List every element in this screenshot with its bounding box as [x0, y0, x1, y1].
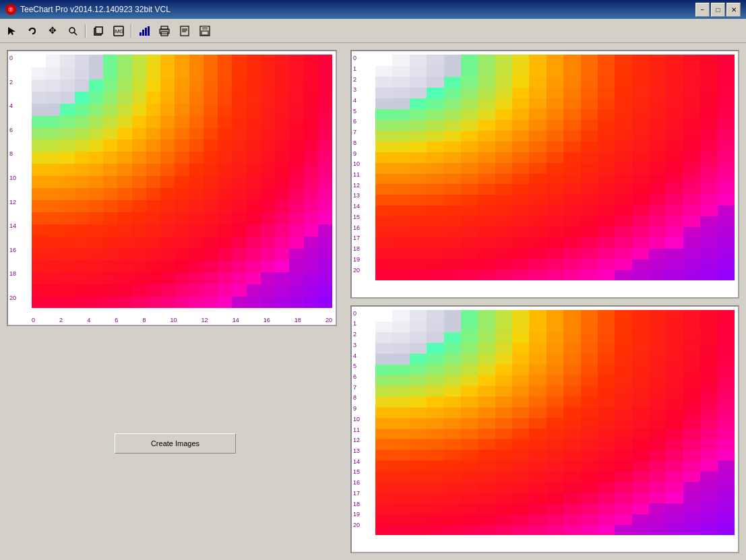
button-area: Create Images: [7, 333, 344, 553]
window-title: TeeChart Pro v2014.12.140923 32bit VCL: [20, 5, 170, 14]
svg-rect-13: [145, 28, 147, 36]
toolbar-separator-2: [131, 24, 132, 38]
small-chart-bottom: 20 19 18 17 16 15 14 13 12 11 10 9 8 7 6…: [350, 305, 739, 554]
small-chart-top: 20 19 18 17 16 15 14 13 12 11 10 9 8 7 6…: [350, 50, 739, 299]
left-panel: 20 18 16 14 12 10 8 6 4 2 0 0 2: [7, 50, 344, 553]
export-button[interactable]: IMG: [109, 22, 128, 40]
large-chart: 20 18 16 14 12 10 8 6 4 2 0 0 2: [7, 50, 337, 326]
app-icon: T: [5, 4, 16, 15]
small-chart-top-canvas: [375, 55, 735, 280]
toolbar: ✥ IMG: [0, 19, 746, 43]
large-chart-y-axis: 20 18 16 14 12 10 8 6 4 2 0: [9, 51, 16, 305]
small-chart-bottom-canvas: [375, 310, 735, 536]
svg-rect-24: [201, 31, 208, 35]
small-chart-bottom-y-axis: 20 19 18 17 16 15 14 13 12 11 10 9 8 7 6…: [353, 307, 360, 532]
svg-rect-12: [142, 30, 144, 36]
maximize-button[interactable]: □: [711, 3, 725, 17]
print-preview-button[interactable]: [175, 22, 194, 40]
right-panel: 20 19 18 17 16 15 14 13 12 11 10 9 8 7 6…: [350, 50, 739, 553]
window-controls[interactable]: − □ ✕: [695, 3, 741, 17]
svg-line-6: [74, 32, 77, 35]
large-chart-inner: 20 18 16 14 12 10 8 6 4 2 0 0 2: [8, 51, 336, 325]
title-bar-left: T TeeChart Pro v2014.12.140923 32bit VCL: [5, 4, 170, 15]
small-chart-bottom-inner: 20 19 18 17 16 15 14 13 12 11 10 9 8 7 6…: [352, 307, 738, 553]
svg-rect-14: [148, 26, 150, 36]
save-button[interactable]: [195, 22, 214, 40]
svg-rect-18: [181, 26, 189, 36]
large-chart-canvas: [32, 55, 332, 308]
large-chart-x-axis: 0 2 4 6 8 10 12 14 16 18 20: [32, 317, 332, 323]
title-bar: T TeeChart Pro v2014.12.140923 32bit VCL…: [0, 0, 746, 19]
main-content: 20 18 16 14 12 10 8 6 4 2 0 0 2: [0, 43, 746, 560]
svg-rect-8: [96, 27, 102, 34]
undo-button[interactable]: [23, 22, 42, 40]
svg-text:IMG: IMG: [113, 28, 123, 34]
svg-point-5: [69, 28, 75, 33]
create-images-button[interactable]: Create Images: [115, 433, 236, 454]
print-button[interactable]: [155, 22, 174, 40]
small-chart-top-y-axis: 20 19 18 17 16 15 14 13 12 11 10 9 8 7 6…: [353, 51, 360, 277]
close-button[interactable]: ✕: [726, 3, 741, 17]
small-chart-top-inner: 20 19 18 17 16 15 14 13 12 11 10 9 8 7 6…: [352, 51, 738, 297]
minimize-button[interactable]: −: [695, 3, 710, 17]
select-tool-button[interactable]: [3, 22, 22, 40]
copy-image-button[interactable]: [89, 22, 108, 40]
svg-text:✥: ✥: [49, 26, 57, 36]
pan-button[interactable]: ✥: [43, 22, 62, 40]
svg-rect-11: [139, 32, 142, 36]
edit-series-button[interactable]: [135, 22, 154, 40]
svg-rect-23: [202, 26, 208, 30]
svg-marker-2: [8, 27, 15, 35]
toolbar-separator-1: [85, 24, 86, 38]
zoom-button[interactable]: [63, 22, 82, 40]
svg-text:T: T: [9, 7, 13, 12]
